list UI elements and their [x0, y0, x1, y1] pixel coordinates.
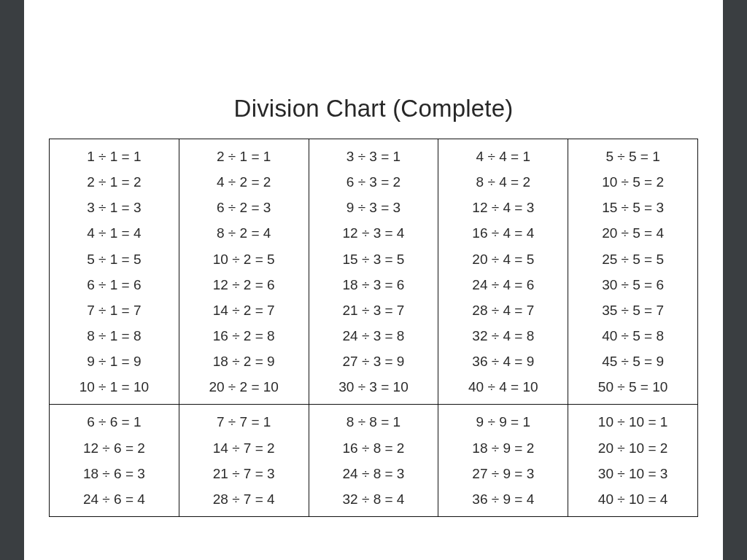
- equation: 18 ÷ 6 = 3: [57, 461, 171, 486]
- table-cell: 3 ÷ 3 = 1 6 ÷ 3 = 2 9 ÷ 3 = 3 12 ÷ 3 = 4…: [309, 139, 438, 405]
- equation: 7 ÷ 7 = 1: [187, 409, 301, 435]
- table-cell: 2 ÷ 1 = 1 4 ÷ 2 = 2 6 ÷ 2 = 3 8 ÷ 2 = 4 …: [179, 139, 309, 405]
- page-title: Division Chart (Complete): [24, 95, 723, 122]
- equation: 8 ÷ 8 = 1: [317, 409, 431, 435]
- equation: 32 ÷ 4 = 8: [446, 323, 560, 349]
- equation: 20 ÷ 4 = 5: [446, 246, 560, 272]
- equation-list: 4 ÷ 4 = 1 8 ÷ 4 = 2 12 ÷ 4 = 3 16 ÷ 4 = …: [446, 144, 560, 400]
- equation: 27 ÷ 3 = 9: [317, 349, 431, 374]
- table-cell: 8 ÷ 8 = 1 16 ÷ 8 = 2 24 ÷ 8 = 3 32 ÷ 8 =…: [309, 405, 438, 517]
- equation: 40 ÷ 4 = 10: [446, 374, 560, 400]
- equation: 4 ÷ 4 = 1: [446, 144, 560, 169]
- equation: 12 ÷ 4 = 3: [446, 195, 560, 220]
- equation: 4 ÷ 1 = 4: [57, 220, 171, 246]
- equation: 2 ÷ 1 = 2: [57, 169, 171, 195]
- equation: 5 ÷ 1 = 5: [57, 246, 171, 272]
- equation: 8 ÷ 2 = 4: [187, 220, 301, 246]
- equation: 10 ÷ 1 = 10: [57, 374, 171, 400]
- table-cell: 5 ÷ 5 = 1 10 ÷ 5 = 2 15 ÷ 5 = 3 20 ÷ 5 =…: [568, 139, 698, 405]
- equation-list: 7 ÷ 7 = 1 14 ÷ 7 = 2 21 ÷ 7 = 3 28 ÷ 7 =…: [187, 409, 301, 512]
- equation: 6 ÷ 6 = 1: [57, 409, 171, 435]
- equation: 15 ÷ 5 = 3: [576, 195, 690, 220]
- equation: 16 ÷ 8 = 2: [317, 435, 431, 461]
- equation: 20 ÷ 5 = 4: [576, 220, 690, 246]
- equation: 5 ÷ 5 = 1: [576, 144, 690, 169]
- equation: 12 ÷ 2 = 6: [187, 272, 301, 298]
- table-row: 1 ÷ 1 = 1 2 ÷ 1 = 2 3 ÷ 1 = 3 4 ÷ 1 = 4 …: [50, 139, 698, 405]
- equation: 21 ÷ 3 = 7: [317, 298, 431, 323]
- equation: 12 ÷ 6 = 2: [57, 435, 171, 461]
- table-cell: 9 ÷ 9 = 1 18 ÷ 9 = 2 27 ÷ 9 = 3 36 ÷ 9 =…: [438, 405, 568, 517]
- viewer-background: Division Chart (Complete) 1 ÷ 1 = 1 2 ÷ …: [0, 0, 747, 560]
- equation: 40 ÷ 10 = 4: [576, 486, 690, 512]
- equation: 25 ÷ 5 = 5: [576, 246, 690, 272]
- equation: 8 ÷ 4 = 2: [446, 169, 560, 195]
- equation: 3 ÷ 1 = 3: [57, 195, 171, 220]
- equation: 28 ÷ 7 = 4: [187, 486, 301, 512]
- equation: 24 ÷ 6 = 4: [57, 486, 171, 512]
- equation: 36 ÷ 4 = 9: [446, 349, 560, 374]
- equation: 9 ÷ 9 = 1: [446, 409, 560, 435]
- table-cell: 7 ÷ 7 = 1 14 ÷ 7 = 2 21 ÷ 7 = 3 28 ÷ 7 =…: [179, 405, 309, 517]
- equation: 18 ÷ 9 = 2: [446, 435, 560, 461]
- equation: 3 ÷ 3 = 1: [317, 144, 431, 169]
- equation: 28 ÷ 4 = 7: [446, 298, 560, 323]
- document-page: Division Chart (Complete) 1 ÷ 1 = 1 2 ÷ …: [24, 0, 723, 560]
- equation-list: 10 ÷ 10 = 1 20 ÷ 10 = 2 30 ÷ 10 = 3 40 ÷…: [576, 409, 690, 512]
- table-cell: 6 ÷ 6 = 1 12 ÷ 6 = 2 18 ÷ 6 = 3 24 ÷ 6 =…: [50, 405, 179, 517]
- equation-list: 2 ÷ 1 = 1 4 ÷ 2 = 2 6 ÷ 2 = 3 8 ÷ 2 = 4 …: [187, 144, 301, 400]
- equation: 6 ÷ 1 = 6: [57, 272, 171, 298]
- equation-list: 9 ÷ 9 = 1 18 ÷ 9 = 2 27 ÷ 9 = 3 36 ÷ 9 =…: [446, 409, 560, 512]
- equation: 40 ÷ 5 = 8: [576, 323, 690, 349]
- equation: 30 ÷ 10 = 3: [576, 461, 690, 486]
- equation: 21 ÷ 7 = 3: [187, 461, 301, 486]
- equation: 24 ÷ 4 = 6: [446, 272, 560, 298]
- equation-list: 6 ÷ 6 = 1 12 ÷ 6 = 2 18 ÷ 6 = 3 24 ÷ 6 =…: [57, 409, 171, 512]
- equation: 20 ÷ 2 = 10: [187, 374, 301, 400]
- equation-list: 3 ÷ 3 = 1 6 ÷ 3 = 2 9 ÷ 3 = 3 12 ÷ 3 = 4…: [317, 144, 431, 400]
- equation: 14 ÷ 2 = 7: [187, 298, 301, 323]
- equation-list: 1 ÷ 1 = 1 2 ÷ 1 = 2 3 ÷ 1 = 3 4 ÷ 1 = 4 …: [57, 144, 171, 400]
- division-table: 1 ÷ 1 = 1 2 ÷ 1 = 2 3 ÷ 1 = 3 4 ÷ 1 = 4 …: [49, 139, 698, 517]
- equation: 4 ÷ 2 = 2: [187, 169, 301, 195]
- equation: 1 ÷ 1 = 1: [57, 144, 171, 169]
- equation: 8 ÷ 1 = 8: [57, 323, 171, 349]
- equation: 10 ÷ 2 = 5: [187, 246, 301, 272]
- equation: 16 ÷ 2 = 8: [187, 323, 301, 349]
- equation: 18 ÷ 2 = 9: [187, 349, 301, 374]
- equation: 16 ÷ 4 = 4: [446, 220, 560, 246]
- equation: 36 ÷ 9 = 4: [446, 486, 560, 512]
- equation: 2 ÷ 1 = 1: [187, 144, 301, 169]
- equation: 15 ÷ 3 = 5: [317, 246, 431, 272]
- equation: 24 ÷ 8 = 3: [317, 461, 431, 486]
- table-cell: 10 ÷ 10 = 1 20 ÷ 10 = 2 30 ÷ 10 = 3 40 ÷…: [568, 405, 698, 517]
- table-cell: 4 ÷ 4 = 1 8 ÷ 4 = 2 12 ÷ 4 = 3 16 ÷ 4 = …: [438, 139, 568, 405]
- equation: 6 ÷ 2 = 3: [187, 195, 301, 220]
- equation: 45 ÷ 5 = 9: [576, 349, 690, 374]
- equation: 12 ÷ 3 = 4: [317, 220, 431, 246]
- equation: 7 ÷ 1 = 7: [57, 298, 171, 323]
- equation: 14 ÷ 7 = 2: [187, 435, 301, 461]
- table-row: 6 ÷ 6 = 1 12 ÷ 6 = 2 18 ÷ 6 = 3 24 ÷ 6 =…: [50, 405, 698, 517]
- equation: 10 ÷ 10 = 1: [576, 409, 690, 435]
- equation: 30 ÷ 3 = 10: [317, 374, 431, 400]
- page-content: Division Chart (Complete) 1 ÷ 1 = 1 2 ÷ …: [24, 95, 723, 517]
- equation-list: 8 ÷ 8 = 1 16 ÷ 8 = 2 24 ÷ 8 = 3 32 ÷ 8 =…: [317, 409, 431, 512]
- equation: 35 ÷ 5 = 7: [576, 298, 690, 323]
- table-cell: 1 ÷ 1 = 1 2 ÷ 1 = 2 3 ÷ 1 = 3 4 ÷ 1 = 4 …: [50, 139, 179, 405]
- equation: 6 ÷ 3 = 2: [317, 169, 431, 195]
- equation: 27 ÷ 9 = 3: [446, 461, 560, 486]
- equation: 9 ÷ 1 = 9: [57, 349, 171, 374]
- equation: 20 ÷ 10 = 2: [576, 435, 690, 461]
- equation: 32 ÷ 8 = 4: [317, 486, 431, 512]
- equation: 30 ÷ 5 = 6: [576, 272, 690, 298]
- equation: 18 ÷ 3 = 6: [317, 272, 431, 298]
- equation: 24 ÷ 3 = 8: [317, 323, 431, 349]
- equation: 10 ÷ 5 = 2: [576, 169, 690, 195]
- equation: 9 ÷ 3 = 3: [317, 195, 431, 220]
- equation-list: 5 ÷ 5 = 1 10 ÷ 5 = 2 15 ÷ 5 = 3 20 ÷ 5 =…: [576, 144, 690, 400]
- equation: 50 ÷ 5 = 10: [576, 374, 690, 400]
